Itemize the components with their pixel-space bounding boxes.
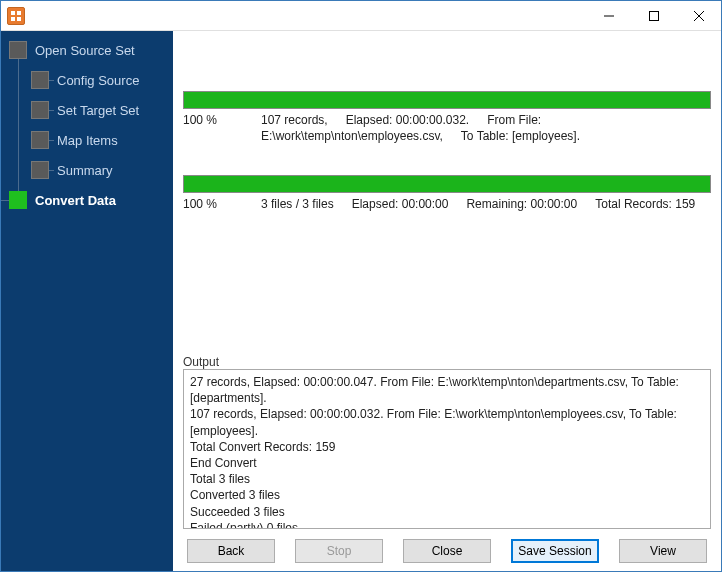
total-progress-section: 100 % 3 files / 3 files Elapsed: 00:00:0… [183, 175, 711, 213]
file-progress-bar [183, 91, 711, 109]
total-progress-percent: 100 % [183, 197, 243, 211]
total-progress-files: 3 files / 3 files [261, 197, 334, 211]
file-progress-section: 100 % 107 records, Elapsed: 00:00:00.032… [183, 91, 711, 145]
sidebar-item-label: Open Source Set [35, 43, 135, 58]
sidebar-item-set-target-set[interactable]: Set Target Set [31, 101, 173, 119]
output-line: End Convert [190, 455, 704, 471]
output-line: Total Convert Records: 159 [190, 439, 704, 455]
button-row: Back Stop Close Save Session View [183, 539, 711, 563]
sidebar-item-label: Convert Data [35, 193, 116, 208]
step-icon [31, 71, 49, 89]
output-log[interactable]: 27 records, Elapsed: 00:00:00.047. From … [183, 369, 711, 529]
file-progress-percent: 100 % [183, 113, 243, 127]
output-line: Converted 3 files [190, 487, 704, 503]
titlebar [1, 1, 721, 31]
view-button[interactable]: View [619, 539, 707, 563]
back-button[interactable]: Back [187, 539, 275, 563]
sidebar-item-config-source[interactable]: Config Source [31, 71, 173, 89]
stop-button[interactable]: Stop [295, 539, 383, 563]
output-line: Succeeded 3 files [190, 504, 704, 520]
total-progress-total: Total Records: 159 [595, 197, 695, 211]
maximize-button[interactable] [631, 1, 676, 30]
sidebar-item-open-source-set[interactable]: Open Source Set [9, 41, 173, 59]
step-icon [31, 101, 49, 119]
step-icon [9, 41, 27, 59]
minimize-button[interactable] [586, 1, 631, 30]
file-progress-records: 107 records, [261, 113, 328, 127]
step-icon [9, 191, 27, 209]
output-line: Failed (partly) 0 files [190, 520, 704, 529]
sidebar-item-label: Config Source [57, 73, 139, 88]
file-progress-from-label: From File: [487, 113, 541, 127]
output-label: Output [183, 355, 711, 369]
output-line: 107 records, Elapsed: 00:00:00.032. From… [190, 406, 704, 438]
wizard-sidebar: Open Source Set Config Source Set Target… [1, 31, 173, 571]
step-icon [31, 161, 49, 179]
svg-rect-1 [649, 11, 658, 20]
save-session-button[interactable]: Save Session [511, 539, 599, 563]
sidebar-item-convert-data[interactable]: Convert Data [9, 191, 173, 209]
file-progress-to: To Table: [employees]. [461, 129, 580, 143]
sidebar-item-label: Summary [57, 163, 113, 178]
file-progress-from-value: E:\work\temp\nton\employees.csv, [261, 129, 443, 143]
app-icon [7, 7, 25, 25]
output-line: Total 3 files [190, 471, 704, 487]
main-panel: 100 % 107 records, Elapsed: 00:00:00.032… [173, 31, 721, 571]
file-progress-elapsed: Elapsed: 00:00:00.032. [346, 113, 469, 127]
sidebar-item-label: Map Items [57, 133, 118, 148]
close-button[interactable] [676, 1, 721, 30]
close-button-action[interactable]: Close [403, 539, 491, 563]
output-line: 27 records, Elapsed: 00:00:00.047. From … [190, 374, 704, 406]
sidebar-item-summary[interactable]: Summary [31, 161, 173, 179]
sidebar-item-label: Set Target Set [57, 103, 139, 118]
total-progress-elapsed: Elapsed: 00:00:00 [352, 197, 449, 211]
total-progress-remaining: Remaining: 00:00:00 [466, 197, 577, 211]
total-progress-bar [183, 175, 711, 193]
step-icon [31, 131, 49, 149]
sidebar-item-map-items[interactable]: Map Items [31, 131, 173, 149]
